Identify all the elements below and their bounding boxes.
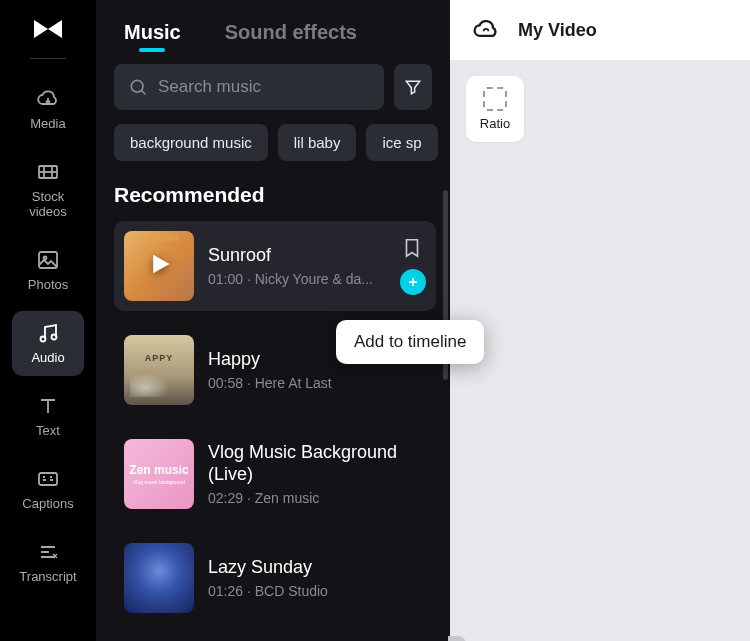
track-title: Lazy Sunday: [208, 557, 426, 579]
track-meta: 00:58 · Here At Last: [208, 375, 426, 391]
suggestion-chips: background music lil baby ice sp: [96, 124, 450, 183]
music-note-icon: [36, 321, 60, 345]
preview-pane: My Video Ratio: [450, 0, 750, 641]
sidebar-item-captions[interactable]: Captions: [12, 457, 84, 522]
sidebar-item-label: Media: [30, 117, 65, 132]
app-logo[interactable]: [30, 18, 66, 40]
track-row[interactable]: Zen music Vlog music background Vlog Mus…: [114, 429, 436, 519]
svg-point-9: [131, 80, 143, 92]
sidebar-item-photos[interactable]: Photos: [12, 238, 84, 303]
bookmark-icon: [401, 237, 423, 259]
thumb-text: Zen music: [129, 463, 188, 477]
thumb-text: Vlog music background: [133, 479, 185, 485]
svg-rect-4: [39, 252, 57, 268]
track-thumbnail[interactable]: Zen music Vlog music background: [124, 439, 194, 509]
panel-tabs: Music Sound effects: [96, 0, 450, 64]
filter-icon: [403, 77, 423, 97]
track-title: Sunroof: [208, 245, 386, 267]
track-row[interactable]: Lazy Sunday 01:26 · BCD Studio: [114, 533, 436, 623]
sidebar-item-label: Stock videos: [29, 190, 67, 220]
svg-rect-8: [39, 473, 57, 485]
track-thumbnail[interactable]: [124, 231, 194, 301]
chip[interactable]: ice sp: [366, 124, 437, 161]
sidebar-item-audio[interactable]: Audio: [12, 311, 84, 376]
sidebar-item-text[interactable]: Text: [12, 384, 84, 449]
search-input[interactable]: [158, 77, 370, 97]
video-title[interactable]: My Video: [518, 20, 597, 41]
tab-sound-effects[interactable]: Sound effects: [225, 3, 357, 62]
add-to-timeline-tooltip: Add to timeline: [336, 320, 484, 364]
chip[interactable]: background music: [114, 124, 268, 161]
sidebar-item-stock-videos[interactable]: Stock videos: [12, 150, 84, 230]
sidebar-item-label: Captions: [22, 497, 73, 512]
play-icon: [145, 250, 173, 282]
text-icon: [36, 394, 60, 418]
sidebar-item-label: Transcript: [19, 570, 76, 585]
filmstrip-icon: [36, 160, 60, 184]
image-icon: [36, 248, 60, 272]
plus-icon: [406, 275, 420, 289]
ratio-button[interactable]: Ratio: [466, 76, 524, 142]
track-info: Sunroof 01:00 · Nicky Youre & da...: [208, 245, 386, 287]
track-thumbnail[interactable]: [124, 335, 194, 405]
tab-music[interactable]: Music: [124, 3, 181, 62]
chip[interactable]: lil baby: [278, 124, 357, 161]
cloud-download-icon: [36, 87, 60, 111]
add-to-timeline-button[interactable]: [400, 269, 426, 295]
panel-collapse-handle[interactable]: [448, 636, 466, 641]
track-meta: 02:29 · Zen music: [208, 490, 426, 506]
track-info: Lazy Sunday 01:26 · BCD Studio: [208, 557, 426, 599]
track-list: Sunroof 01:00 · Nicky Youre & da... Happ…: [96, 221, 450, 641]
cloud-sync-icon: [472, 16, 500, 44]
filter-button[interactable]: [394, 64, 432, 110]
divider: [30, 58, 66, 59]
track-title: Vlog Music Background (Live): [208, 442, 426, 485]
track-meta: 01:26 · BCD Studio: [208, 583, 426, 599]
ratio-icon: [483, 87, 507, 111]
sidebar-item-label: Audio: [31, 351, 64, 366]
track-row[interactable]: Sunroof 01:00 · Nicky Youre & da...: [114, 221, 436, 311]
sidebar-item-label: Photos: [28, 278, 68, 293]
svg-line-10: [142, 91, 146, 95]
svg-point-7: [52, 334, 57, 339]
search-icon: [128, 77, 148, 97]
track-thumbnail[interactable]: [124, 543, 194, 613]
cloud-sync-button[interactable]: [472, 16, 500, 44]
preview-body: Ratio: [450, 60, 750, 641]
ratio-label: Ratio: [480, 116, 510, 131]
sidebar-item-transcript[interactable]: Transcript: [12, 530, 84, 595]
track-info: Vlog Music Background (Live) 02:29 · Zen…: [208, 442, 426, 505]
preview-header: My Video: [450, 0, 750, 60]
search-box[interactable]: [114, 64, 384, 110]
captions-icon: [36, 467, 60, 491]
sidebar-item-label: Text: [36, 424, 60, 439]
transcript-icon: [36, 540, 60, 564]
svg-point-6: [41, 336, 46, 341]
sidebar-item-media[interactable]: Media: [12, 77, 84, 142]
bookmark-button[interactable]: [401, 237, 425, 261]
left-sidebar: Media Stock videos Photos Audio Text Cap…: [0, 0, 96, 641]
section-recommended: Recommended: [96, 183, 450, 221]
track-meta: 01:00 · Nicky Youre & da...: [208, 271, 386, 287]
